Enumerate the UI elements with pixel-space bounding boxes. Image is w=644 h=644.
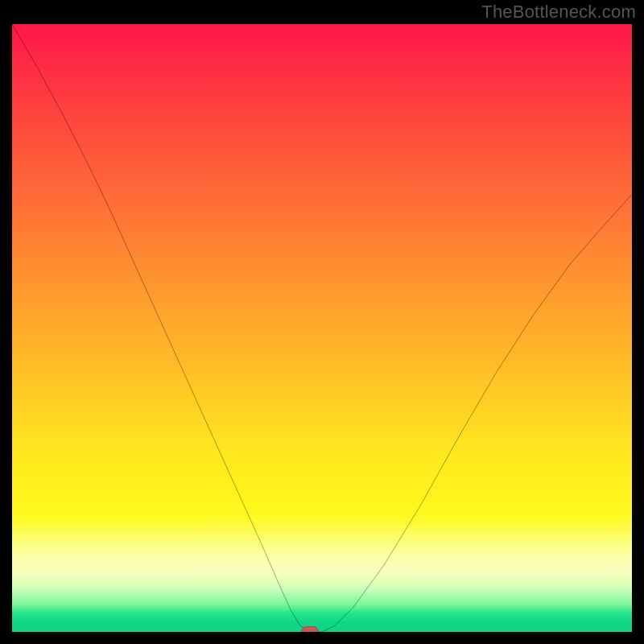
chart-frame: TheBottleneck.com: [0, 0, 644, 644]
optimal-point-marker: [301, 626, 319, 632]
bottleneck-curve: [12, 24, 632, 632]
watermark-text: TheBottleneck.com: [481, 2, 636, 23]
plot-area: [12, 24, 632, 632]
curve-path: [12, 24, 632, 632]
